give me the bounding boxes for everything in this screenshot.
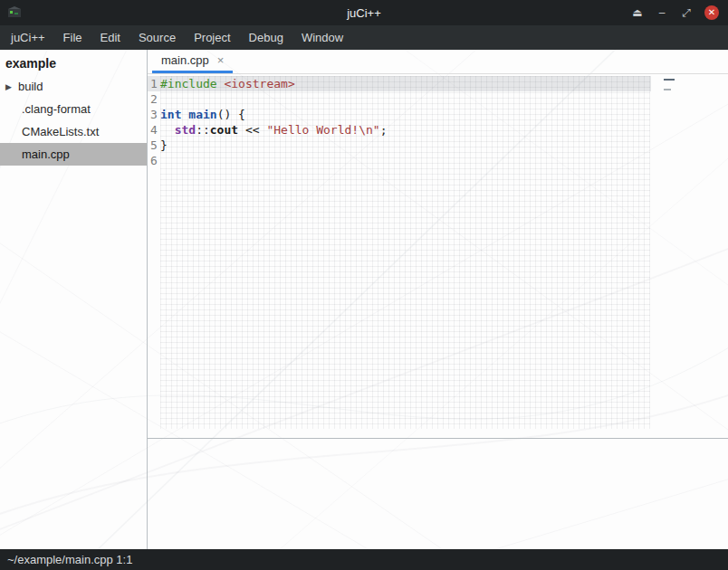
tree-item-label: build [18, 80, 43, 93]
editor-pane: main.cpp × 1#include <iostream>23int mai… [148, 50, 728, 549]
code-line-4[interactable]: 4 std::cout << "Hello World!\n"; [148, 122, 728, 138]
tree-item-label: .clang-format [22, 102, 91, 116]
menu-item-project[interactable]: Project [185, 25, 239, 50]
tree-item-main-cpp[interactable]: main.cpp [0, 143, 147, 166]
token-plain: :: [196, 123, 210, 137]
tree-item-label: CMakeLists.txt [22, 125, 99, 138]
tab-main-cpp[interactable]: main.cpp × [152, 50, 233, 73]
line-number: 2 [148, 91, 160, 107]
tree-item-label: main.cpp [22, 147, 70, 161]
menu-item-source[interactable]: Source [129, 25, 185, 50]
token-plain: ; [380, 123, 388, 137]
scroll-overview[interactable] [664, 79, 675, 99]
token-string: <iostream> [224, 77, 294, 90]
menu-item-edit[interactable]: Edit [91, 25, 129, 50]
file-tree-panel: example ▶build.clang-formatCMakeLists.tx… [0, 50, 148, 549]
line-number: 5 [148, 138, 160, 153]
code-line-2[interactable]: 2 [148, 91, 728, 107]
code-line-6[interactable]: 6 [148, 153, 728, 168]
token-plain: } [160, 138, 168, 152]
token-member: cout [210, 123, 238, 137]
app-window: juCi++ ⏏–⤢✕ juCi++FileEditSourceProjectD… [0, 0, 728, 570]
token-plain: () { [217, 108, 245, 121]
menu-item-debug[interactable]: Debug [240, 25, 292, 50]
tree-item-build[interactable]: ▶build [0, 75, 147, 98]
code-area: 1#include <iostream>23int main() {4 std:… [148, 74, 728, 168]
overview-mark [664, 79, 675, 81]
tree-item-cmakelists-txt[interactable]: CMakeLists.txt [0, 120, 147, 143]
line-number: 6 [148, 153, 160, 168]
content-area: example ▶build.clang-formatCMakeLists.tx… [0, 50, 728, 549]
line-content: #include <iostream> [160, 76, 295, 91]
code-line-5[interactable]: 5} [148, 138, 728, 153]
restore-icon[interactable]: ⤢ [680, 5, 693, 20]
code-editor[interactable]: 1#include <iostream>23int main() {4 std:… [148, 74, 728, 438]
tab-label: main.cpp [161, 53, 209, 67]
status-text: ~/example/main.cpp 1:1 [7, 553, 132, 566]
token-type: int [160, 108, 181, 121]
line-content: int main() { [160, 107, 245, 122]
overview-mark [664, 89, 671, 90]
minimize-icon[interactable]: – [656, 5, 668, 20]
token-plain [160, 123, 175, 137]
line-number: 1 [148, 76, 160, 91]
title-bar: juCi++ ⏏–⤢✕ [0, 0, 728, 25]
menu-item-window[interactable]: Window [292, 25, 352, 50]
tab-bar: main.cpp × [148, 50, 728, 74]
status-bar: ~/example/main.cpp 1:1 [0, 549, 728, 570]
close-icon[interactable]: ✕ [704, 5, 719, 20]
menu-item-file[interactable]: File [54, 25, 91, 50]
terminal-panel[interactable] [148, 438, 728, 549]
line-content: std::cout << "Hello World!\n"; [160, 122, 387, 138]
token-ns: std [175, 123, 196, 137]
code-line-3[interactable]: 3int main() { [148, 107, 728, 122]
token-func: main [188, 108, 216, 121]
window-title: juCi++ [0, 6, 728, 20]
line-content: } [160, 138, 168, 153]
code-line-1[interactable]: 1#include <iostream> [148, 76, 651, 91]
token-plain: << [238, 123, 266, 137]
token-preproc: #include [160, 77, 217, 90]
window-controls: ⏏–⤢✕ [631, 5, 719, 20]
expander-icon[interactable]: ▶ [5, 82, 18, 91]
file-tree: ▶build.clang-formatCMakeLists.txtmain.cp… [0, 75, 147, 166]
line-number: 4 [148, 122, 160, 138]
app-logo-icon [6, 5, 23, 20]
eject-icon[interactable]: ⏏ [631, 5, 644, 20]
menu-item-juci[interactable]: juCi++ [2, 25, 54, 50]
token-string: "Hello World!\n" [266, 123, 379, 137]
menu-bar: juCi++FileEditSourceProjectDebugWindow [0, 25, 728, 50]
tree-item-clang-format[interactable]: .clang-format [0, 98, 147, 120]
tab-close-icon[interactable]: × [217, 53, 225, 67]
project-root-label[interactable]: example [0, 50, 147, 75]
line-number: 3 [148, 107, 160, 122]
